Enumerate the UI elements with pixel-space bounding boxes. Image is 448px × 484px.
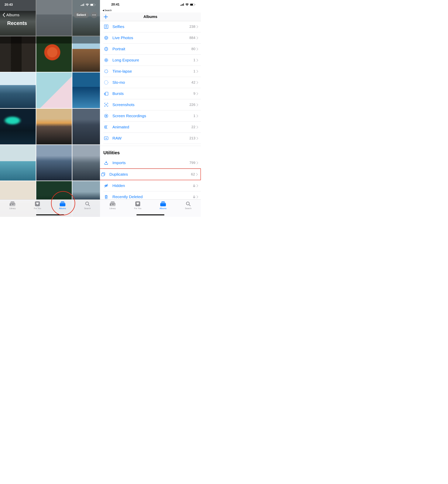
row-count: 1 bbox=[193, 114, 195, 118]
svg-rect-15 bbox=[61, 201, 64, 202]
svg-rect-1 bbox=[82, 5, 82, 6]
tab-library[interactable]: Library bbox=[100, 201, 125, 209]
photo-thumbnail[interactable] bbox=[0, 109, 36, 144]
album-row-screenshots[interactable]: Screenshots226 bbox=[103, 99, 201, 110]
wifi-icon bbox=[86, 4, 89, 6]
select-button[interactable]: Select bbox=[73, 12, 89, 18]
photo-thumbnail[interactable] bbox=[72, 72, 100, 108]
album-list[interactable]: Selfies238Live Photos884Portrait80Long E… bbox=[100, 21, 201, 199]
photo-thumbnail[interactable] bbox=[72, 145, 100, 181]
svg-rect-20 bbox=[180, 5, 181, 6]
row-label: Screen Recordings bbox=[112, 114, 193, 118]
page-title: Recents bbox=[7, 20, 27, 26]
album-row-live-photos[interactable]: Live Photos884 bbox=[103, 32, 201, 43]
add-button[interactable] bbox=[100, 15, 111, 19]
album-row-screen-recordings[interactable]: Screen Recordings1 bbox=[103, 110, 201, 122]
row-label: Recently Deleted bbox=[112, 195, 193, 199]
tab-label: For You bbox=[34, 207, 41, 209]
photo-thumbnail[interactable] bbox=[36, 109, 72, 144]
tab-albums[interactable]: Albums bbox=[50, 201, 75, 209]
lock-icon bbox=[193, 195, 195, 198]
tab-label: Search bbox=[84, 207, 91, 209]
row-label: Portrait bbox=[112, 47, 192, 51]
album-row-recently-deleted[interactable]: Recently Deleted bbox=[103, 191, 201, 199]
breadcrumb-back[interactable]: Search bbox=[100, 9, 201, 12]
chevron-right-icon bbox=[197, 196, 198, 198]
status-icons bbox=[180, 3, 195, 6]
svg-rect-21 bbox=[181, 5, 182, 6]
album-row-bursts[interactable]: Bursts9 bbox=[103, 88, 201, 99]
plus-icon bbox=[104, 15, 108, 19]
album-row-duplicates[interactable]: Duplicates62 bbox=[100, 168, 201, 180]
tab-library[interactable]: Library bbox=[0, 201, 25, 209]
tab-search[interactable]: Search bbox=[75, 201, 100, 209]
photo-thumbnail[interactable] bbox=[36, 145, 72, 181]
svg-point-35 bbox=[105, 59, 107, 61]
selfies-icon bbox=[103, 24, 109, 30]
svg-point-9 bbox=[95, 15, 96, 15]
raw-icon: R bbox=[103, 135, 109, 141]
for-you-icon bbox=[135, 201, 140, 206]
album-row-selfies[interactable]: Selfies238 bbox=[103, 21, 201, 32]
svg-rect-25 bbox=[190, 4, 193, 6]
live-photos-icon bbox=[103, 35, 109, 41]
row-count: 213 bbox=[189, 136, 195, 140]
photo-thumbnail[interactable] bbox=[72, 36, 100, 72]
portrait-icon bbox=[103, 46, 109, 52]
photo-thumbnail[interactable] bbox=[72, 109, 100, 144]
bursts-icon bbox=[103, 91, 109, 96]
imports-icon bbox=[103, 160, 109, 166]
tab-label: Search bbox=[185, 207, 192, 209]
screen-recordings-icon bbox=[103, 113, 109, 119]
tab-label: Library bbox=[9, 207, 16, 209]
photo-thumbnail[interactable] bbox=[36, 36, 72, 72]
photo-thumbnail[interactable] bbox=[0, 145, 36, 181]
svg-point-47 bbox=[106, 104, 107, 105]
home-indicator[interactable] bbox=[136, 214, 164, 215]
caret-left-icon bbox=[103, 10, 104, 11]
tab-search[interactable]: Search bbox=[176, 201, 201, 209]
svg-rect-64 bbox=[161, 201, 165, 202]
album-row-portrait[interactable]: Portrait80 bbox=[103, 43, 201, 55]
album-row-imports[interactable]: Imports799 bbox=[103, 157, 201, 168]
svg-rect-0 bbox=[81, 5, 81, 6]
screenshots-icon bbox=[103, 102, 109, 107]
home-indicator[interactable] bbox=[36, 214, 64, 215]
album-row-slo-mo[interactable]: Slo-mo42 bbox=[103, 77, 201, 88]
album-row-raw[interactable]: RRAW213 bbox=[103, 133, 201, 144]
tab-albums[interactable]: Albums bbox=[150, 201, 176, 209]
chevron-right-icon bbox=[197, 48, 198, 50]
svg-line-54 bbox=[105, 184, 108, 187]
album-row-animated[interactable]: Animated22 bbox=[103, 122, 201, 133]
photo-thumbnail[interactable] bbox=[0, 36, 36, 72]
svg-rect-59 bbox=[111, 202, 114, 202]
cellular-icon bbox=[180, 3, 184, 6]
album-row-hidden[interactable]: Hidden bbox=[103, 180, 201, 191]
photo-thumbnail[interactable] bbox=[0, 72, 36, 108]
chevron-right-icon bbox=[197, 36, 198, 39]
row-label: RAW bbox=[112, 136, 189, 140]
library-icon bbox=[110, 201, 115, 206]
album-row-time-lapse[interactable]: Time-lapse1 bbox=[103, 66, 201, 77]
row-label: Bursts bbox=[112, 91, 193, 96]
back-button[interactable]: Albums bbox=[3, 13, 19, 17]
back-label: Albums bbox=[6, 13, 19, 17]
row-label: Live Photos bbox=[112, 36, 189, 40]
status-time: 20:41 bbox=[111, 3, 120, 6]
more-button[interactable] bbox=[91, 12, 97, 18]
album-row-long-exposure[interactable]: Long Exposure1 bbox=[103, 55, 201, 66]
tab-for-you[interactable]: For You bbox=[25, 201, 50, 209]
svg-rect-26 bbox=[195, 4, 195, 5]
svg-rect-46 bbox=[105, 92, 108, 95]
svg-rect-55 bbox=[193, 185, 195, 187]
status-time: 20:43 bbox=[5, 3, 13, 7]
svg-line-19 bbox=[88, 205, 89, 206]
svg-text:R: R bbox=[106, 138, 107, 139]
tab-for-you[interactable]: For You bbox=[125, 201, 151, 209]
photo-thumbnail[interactable] bbox=[36, 72, 72, 108]
albums-icon bbox=[160, 201, 166, 206]
chevron-right-icon bbox=[197, 162, 198, 164]
status-icons bbox=[81, 4, 96, 6]
row-count: 42 bbox=[192, 80, 195, 84]
svg-rect-10 bbox=[11, 202, 14, 202]
